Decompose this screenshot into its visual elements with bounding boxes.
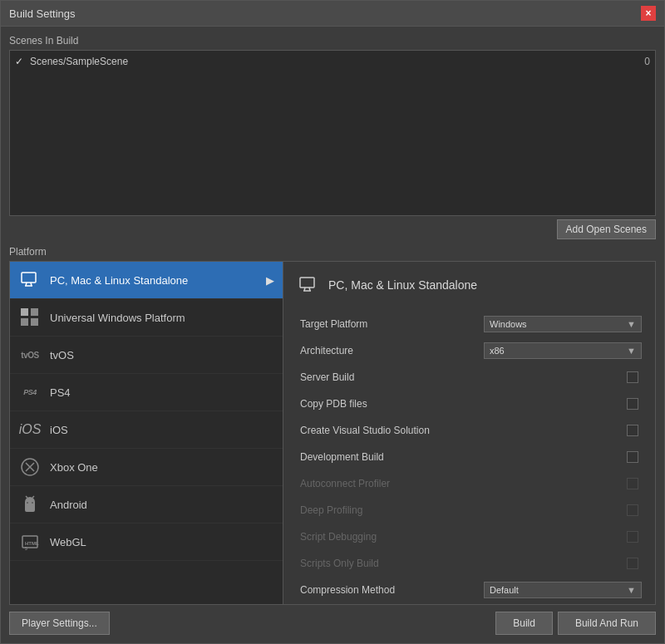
deep-profiling-value <box>623 501 642 519</box>
server-build-row: Server Build <box>297 365 642 390</box>
autoconnect-row: Autoconnect Profiler <box>297 471 642 496</box>
compression-value: Default <box>490 585 519 595</box>
build-button[interactable]: Build <box>495 612 553 635</box>
compression-dropdown[interactable]: Default ▼ <box>484 582 642 598</box>
pc-icon <box>18 268 42 292</box>
platform-list: PC, Mac & Linux Standalone ▶ <box>9 261 283 605</box>
scripts-only-label: Scripts Only Build <box>297 553 382 573</box>
title-bar: Build Settings × <box>1 1 664 27</box>
copy-pdb-checkbox[interactable] <box>627 398 638 410</box>
target-platform-arrow: ▼ <box>627 319 636 329</box>
scenes-section: Scenes In Build ✓ Scenes/SampleScene 0 A… <box>9 35 656 239</box>
footer-section: Player Settings... Build Build And Run <box>9 612 656 635</box>
autoconnect-value <box>623 474 642 493</box>
copy-pdb-value <box>623 395 642 413</box>
platform-item-uwp[interactable]: Universal Windows Platform <box>10 299 283 337</box>
platform-ios-label: iOS <box>50 424 68 436</box>
compression-row: Compression Method Default ▼ <box>297 578 642 602</box>
compression-label: Compression Method <box>297 580 398 600</box>
target-platform-row: Target Platform Windows ▼ <box>297 312 642 337</box>
copy-pdb-label: Copy PDB files <box>297 394 371 414</box>
script-debug-checkbox[interactable] <box>627 531 638 543</box>
window-title: Build Settings <box>9 7 76 20</box>
scene-checkmark: ✓ <box>15 56 23 67</box>
svg-point-5 <box>27 502 28 504</box>
dev-build-row: Development Build <box>297 445 642 469</box>
scripts-only-value <box>623 554 642 573</box>
platform-item-pc[interactable]: PC, Mac & Linux Standalone ▶ <box>10 262 283 299</box>
platform-item-webgl[interactable]: HTML 5 WebGL <box>10 524 283 561</box>
xbox-icon <box>18 455 42 479</box>
server-build-value <box>623 368 642 386</box>
create-vs-label: Create Visual Studio Solution <box>297 420 433 440</box>
main-content: Scenes In Build ✓ Scenes/SampleScene 0 A… <box>1 27 664 643</box>
footer-bottom: Player Settings... Build Build And Run <box>9 612 656 635</box>
architecture-dropdown[interactable]: x86 ▼ <box>484 342 642 359</box>
scenes-label: Scenes In Build <box>9 35 656 47</box>
script-debug-value <box>623 528 642 546</box>
build-settings-window: Build Settings × Scenes In Build ✓ Scene… <box>0 0 665 644</box>
script-debug-row: Script Debugging <box>297 524 642 549</box>
platform-xbox-label: Xbox One <box>50 461 98 474</box>
platform-android-label: Android <box>50 499 87 511</box>
platform-details: PC, Mac & Linux Standalone Target Platfo… <box>283 261 656 605</box>
deep-profiling-row: Deep Profiling <box>297 498 642 523</box>
platform-ps4-label: PS4 <box>50 386 71 399</box>
platform-item-android[interactable]: Android <box>10 486 283 524</box>
dev-build-checkbox[interactable] <box>627 451 638 463</box>
webgl-icon: HTML 5 <box>18 530 42 553</box>
target-platform-value: Windows <box>490 319 527 329</box>
add-open-scenes-row: Add Open Scenes <box>9 219 656 239</box>
scripts-only-row: Scripts Only Build <box>297 551 642 576</box>
create-vs-row: Create Visual Studio Solution <box>297 418 642 443</box>
svg-rect-12 <box>300 278 314 288</box>
architecture-value: x86 <box>490 346 505 356</box>
architecture-row: Architecture x86 ▼ <box>297 338 642 363</box>
build-and-run-button[interactable]: Build And Run <box>558 612 656 635</box>
details-platform-name: PC, Mac & Linux Standalone <box>328 278 477 292</box>
autoconnect-checkbox[interactable] <box>627 478 638 489</box>
svg-text:5: 5 <box>25 546 27 551</box>
tvos-icon: tvOS <box>18 343 42 366</box>
build-buttons: Build Build And Run <box>495 612 656 635</box>
autoconnect-label: Autoconnect Profiler <box>297 474 393 494</box>
svg-line-8 <box>32 496 34 498</box>
platform-item-xbox[interactable]: Xbox One <box>10 449 283 486</box>
close-button[interactable]: × <box>641 6 656 21</box>
add-open-scenes-button[interactable]: Add Open Scenes <box>557 219 656 239</box>
target-platform-dropdown[interactable]: Windows ▼ <box>484 316 642 332</box>
player-settings-button[interactable]: Player Settings... <box>9 612 110 635</box>
architecture-label: Architecture <box>297 341 357 361</box>
target-platform-label: Target Platform <box>297 314 371 334</box>
copy-pdb-row: Copy PDB files <box>297 391 642 416</box>
create-vs-checkbox[interactable] <box>627 425 638 436</box>
svg-rect-0 <box>22 273 36 283</box>
scene-index: 0 <box>644 56 650 67</box>
script-debug-label: Script Debugging <box>297 527 380 547</box>
svg-line-7 <box>26 496 27 498</box>
create-vs-value <box>623 421 642 440</box>
scripts-only-checkbox[interactable] <box>627 558 638 569</box>
platform-details-header: PC, Mac & Linux Standalone <box>297 273 642 297</box>
compression-arrow: ▼ <box>627 585 636 595</box>
cloud-build-link[interactable]: Learn about Unity Cloud Build <box>297 602 642 605</box>
server-build-label: Server Build <box>297 367 357 387</box>
deep-profiling-checkbox[interactable] <box>627 504 638 516</box>
deep-profiling-label: Deep Profiling <box>297 500 366 520</box>
platform-item-ps4[interactable]: PS4 PS4 <box>10 374 283 411</box>
active-indicator: ▶ <box>266 274 274 287</box>
svg-point-6 <box>32 502 33 504</box>
platform-uwp-label: Universal Windows Platform <box>50 312 185 324</box>
server-build-checkbox[interactable] <box>627 371 638 383</box>
ps4-icon: PS4 <box>18 381 42 404</box>
dev-build-label: Development Build <box>297 447 387 467</box>
details-pc-icon <box>297 273 320 297</box>
platform-item-ios[interactable]: iOS iOS <box>10 411 283 449</box>
ios-icon: iOS <box>18 418 42 441</box>
platform-tvos-label: tvOS <box>50 349 74 361</box>
dev-build-value <box>623 448 642 466</box>
android-icon <box>18 493 42 516</box>
platform-section: Platform PC, Ma <box>9 246 656 605</box>
scene-item: ✓ Scenes/SampleScene <box>13 54 652 69</box>
platform-item-tvos[interactable]: tvOS tvOS <box>10 337 283 374</box>
